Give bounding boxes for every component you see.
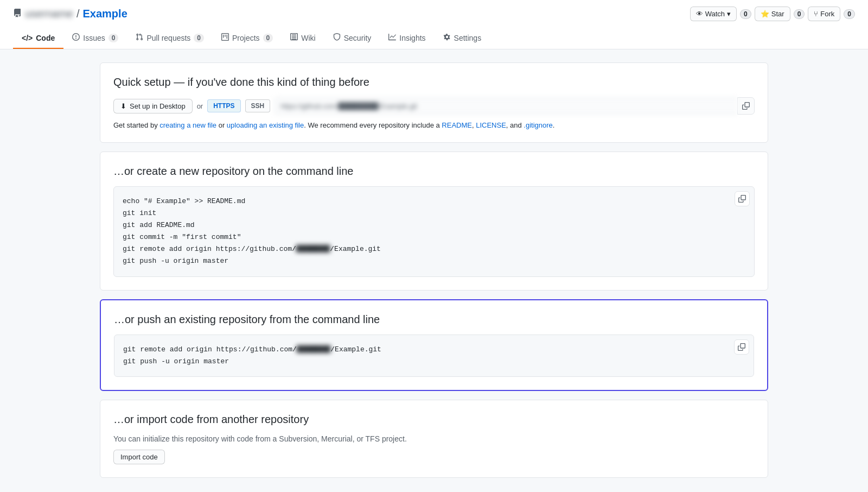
tab-settings[interactable]: Settings [435,28,490,49]
projects-icon [221,33,229,42]
watch-label: Watch [705,10,725,18]
star-icon: ⭐ [761,10,769,18]
header-top: username / Example 👁 Watch ▾ 0 ⭐ Star 0 … [13,7,855,21]
license-link[interactable]: LICENSE [476,121,506,129]
page-header: username / Example 👁 Watch ▾ 0 ⭐ Star 0 … [0,0,868,49]
quick-setup-card: Quick setup — if you've done this kind o… [100,62,768,143]
star-label: Star [771,10,784,18]
fork-label: Fork [820,10,834,18]
tab-wiki-label: Wiki [301,34,315,42]
pr-count: 0 [194,34,204,42]
tab-nav: </> Code Issues 0 Pull requests 0 [13,28,855,49]
watch-count: 0 [740,9,751,19]
code-icon: </> [22,34,33,42]
projects-count: 0 [263,34,273,42]
tab-pr-label: Pull requests [146,34,190,42]
desktop-icon: ⬇ [120,102,126,110]
copy-url-button[interactable] [737,97,755,115]
security-icon [333,33,341,42]
import-code-card: …or import code from another repository … [100,400,768,478]
tab-issues[interactable]: Issues 0 [63,28,127,49]
issues-count: 0 [108,34,119,42]
url-row [275,97,755,115]
insights-icon [388,33,396,42]
settings-icon [443,33,451,42]
new-repo-title: …or create a new repository on the comma… [113,165,755,178]
copy-push-existing-button[interactable] [734,339,749,355]
new-repo-card: …or create a new repository on the comma… [100,152,768,291]
tab-settings-label: Settings [454,34,482,42]
fork-button[interactable]: ⑂ Fork [808,7,840,21]
tab-insights[interactable]: Insights [380,28,434,49]
separator: / [76,8,80,20]
tab-security-label: Security [344,34,372,42]
tab-pull-requests[interactable]: Pull requests 0 [127,28,213,49]
tab-security[interactable]: Security [324,28,380,49]
push-existing-code-block: git remote add origin https://github.com… [114,335,754,377]
tab-projects-label: Projects [232,34,260,42]
owner-name: username [25,8,73,20]
main-content: Quick setup — if you've done this kind o… [87,49,781,491]
new-repo-code-block: echo "# Example" >> README.md git init g… [113,186,755,277]
repo-name-link[interactable]: Example [83,8,127,20]
tab-code-label: Code [36,34,55,42]
star-count: 0 [794,9,805,19]
wiki-icon [290,33,298,42]
quick-setup-title: Quick setup — if you've done this kind o… [113,76,755,89]
import-code-title: …or import code from another repository [113,413,755,426]
import-code-description: You can initialize this repository with … [113,434,755,443]
or-text: or [197,102,203,110]
action-buttons: 👁 Watch ▾ 0 ⭐ Star 0 ⑂ Fork 0 [690,7,855,21]
star-button[interactable]: ⭐ Star [755,7,790,21]
watch-dropdown-icon: ▾ [727,10,731,18]
copy-new-repo-button[interactable] [735,191,750,206]
tab-issues-label: Issues [83,34,105,42]
ssh-button[interactable]: SSH [245,99,271,112]
readme-link[interactable]: README [442,121,472,129]
push-existing-code: git remote add origin https://github.com… [123,344,745,368]
push-existing-title: …or push an existing repository from the… [114,313,754,326]
setup-desktop-button[interactable]: ⬇ Set up in Desktop [113,99,193,113]
pr-icon [136,33,143,42]
tab-insights-label: Insights [399,34,425,42]
new-file-link[interactable]: creating a new file [159,121,216,129]
fork-count: 0 [844,9,855,19]
https-button[interactable]: HTTPS [207,99,240,112]
tab-projects[interactable]: Projects 0 [213,28,282,49]
eye-icon: 👁 [696,10,703,18]
upload-file-link[interactable]: uploading an existing file [227,121,304,129]
fork-icon: ⑂ [814,10,818,18]
import-code-button[interactable]: Import code [113,450,165,464]
setup-desktop-label: Set up in Desktop [130,102,186,110]
repo-icon [13,9,22,20]
tab-wiki[interactable]: Wiki [282,28,324,49]
issues-icon [72,33,80,42]
gitignore-link[interactable]: .gitignore [524,121,552,129]
tab-code[interactable]: </> Code [13,28,63,49]
repo-title: username / Example [13,8,127,20]
push-existing-card: …or push an existing repository from the… [100,299,768,391]
repo-url-input[interactable] [275,97,737,115]
setup-description: Get started by creating a new file or up… [113,121,755,129]
watch-button[interactable]: 👁 Watch ▾ [690,7,737,21]
new-repo-code: echo "# Example" >> README.md git init g… [123,195,745,268]
setup-row: ⬇ Set up in Desktop or HTTPS SSH [113,97,755,115]
